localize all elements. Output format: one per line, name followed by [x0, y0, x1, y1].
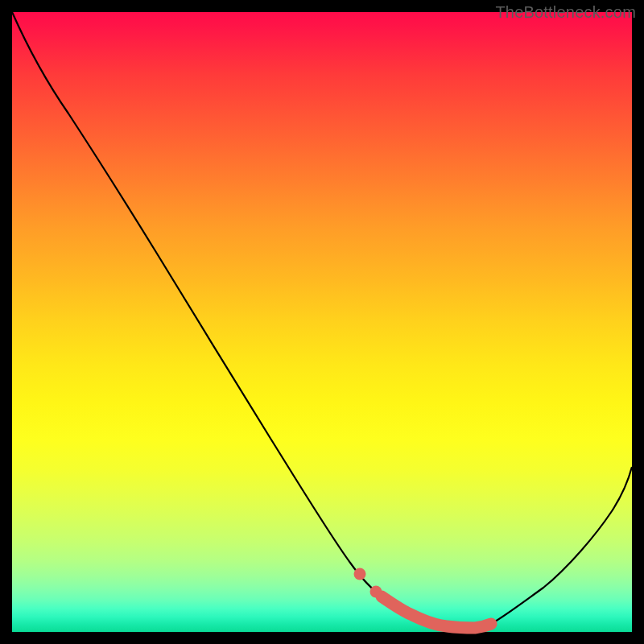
chart-svg [12, 12, 632, 632]
main-curve [12, 12, 632, 628]
highlight-segment [354, 568, 492, 629]
svg-point-0 [354, 568, 366, 580]
plot-area [12, 12, 632, 632]
watermark-text: TheBottleneck.com [495, 3, 636, 22]
chart-container: TheBottleneck.com [0, 0, 644, 644]
